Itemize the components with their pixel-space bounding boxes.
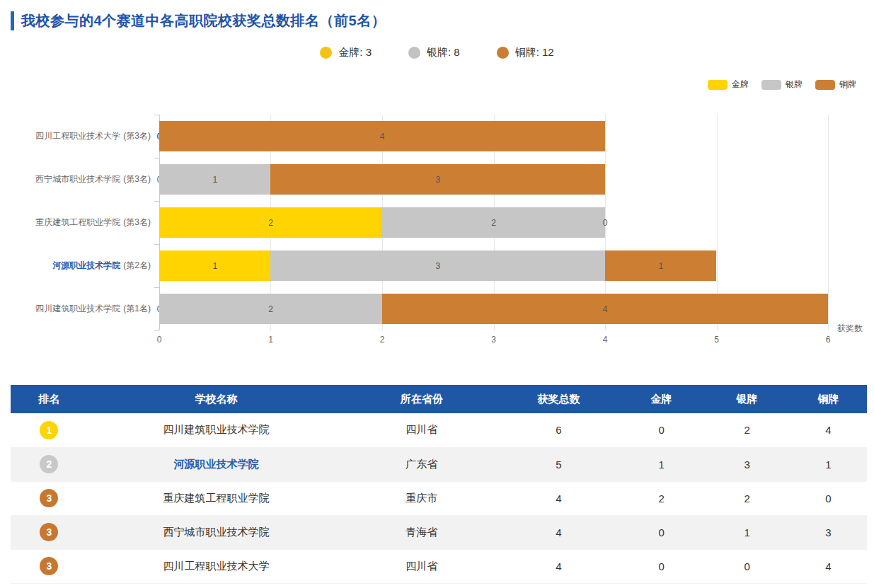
category-rank-suffix: (第3名) xyxy=(123,173,151,185)
rank-cell: 3 xyxy=(11,549,88,583)
column-header-1: 学校名称 xyxy=(88,385,345,413)
bar-segment-label: 1 xyxy=(212,175,217,185)
bronze-count-cell: 3 xyxy=(790,515,867,549)
bar-segment-label: 4 xyxy=(603,304,608,314)
x-tick-label: 2 xyxy=(380,335,385,345)
school-name-cell: 四川工程职业技术大学 xyxy=(88,549,345,583)
gridline xyxy=(828,115,829,330)
bar-segment-铜牌[interactable]: 4 xyxy=(159,121,605,151)
legend-item-铜牌[interactable]: 铜牌 xyxy=(815,79,856,91)
school-name-cell: 重庆建筑工程职业学院 xyxy=(88,481,345,515)
chart-legend: 金牌银牌铜牌 xyxy=(708,79,856,91)
silver-count-cell: 3 xyxy=(704,447,790,481)
bar-segment-铜牌[interactable]: 3 xyxy=(270,164,605,195)
category-school-name: 重庆建筑工程职业学院 xyxy=(35,217,120,229)
bar-segment-金牌[interactable]: 2 xyxy=(159,207,382,238)
column-header-5: 银牌 xyxy=(704,385,790,413)
x-axis-title: 获奖数 xyxy=(837,323,863,335)
x-tick-label: 1 xyxy=(268,335,273,345)
bar-segment-label: 2 xyxy=(268,218,273,228)
bar-segment-label: 1 xyxy=(658,261,663,271)
category-rank-suffix: (第2名) xyxy=(123,260,151,272)
table-header-row: 排名学校名称所在省份获奖总数金牌银牌铜牌 xyxy=(11,385,867,413)
bar-segment-银牌[interactable]: 1 xyxy=(159,164,270,195)
bronze-count-cell: 4 xyxy=(790,549,867,583)
bar-zero-label: 0 xyxy=(603,218,608,228)
category-school-name: 四川建筑职业技术学院 xyxy=(35,303,120,315)
bar-row: 013 xyxy=(159,164,828,195)
y-axis-tick xyxy=(154,244,159,245)
bar-segment-铜牌[interactable]: 1 xyxy=(605,250,716,281)
category-rank-suffix: (第1名) xyxy=(123,303,151,315)
silver-count-cell: 2 xyxy=(704,481,790,515)
silver-count-cell: 0 xyxy=(704,549,790,583)
school-name-cell: 西宁城市职业技术学院 xyxy=(88,515,345,549)
y-axis-tick xyxy=(154,158,159,158)
total-awards-cell: 4 xyxy=(499,515,619,549)
bar-row: 131 xyxy=(159,250,828,281)
bronze-count-cell: 4 xyxy=(790,413,867,447)
bar-segment-金牌[interactable]: 1 xyxy=(159,250,270,281)
y-axis-category-label: 河源职业技术学院(第2名) xyxy=(0,244,151,287)
rank-cell: 1 xyxy=(11,413,88,447)
y-axis-tick xyxy=(154,201,159,202)
legend-item-金牌[interactable]: 金牌 xyxy=(708,79,749,91)
ranking-table-wrap: 排名学校名称所在省份获奖总数金牌银牌铜牌 1四川建筑职业技术学院四川省60242… xyxy=(11,385,867,584)
gold-count-cell: 0 xyxy=(619,549,704,583)
silver-medal-dot-icon xyxy=(408,47,420,59)
total-awards-cell: 4 xyxy=(499,549,619,583)
silver-count-cell: 1 xyxy=(704,515,790,549)
province-cell: 四川省 xyxy=(345,413,499,447)
bar-segment-银牌[interactable]: 2 xyxy=(382,207,605,238)
table-row: 3重庆建筑工程职业学院重庆市4220 xyxy=(11,481,867,515)
silver-count-cell: 2 xyxy=(704,413,790,447)
rank-cell: 3 xyxy=(11,515,88,549)
total-awards-cell: 6 xyxy=(499,413,619,447)
bar-segment-label: 1 xyxy=(212,261,217,271)
plot-area: 004013220131024 xyxy=(159,115,828,330)
y-axis-category-label: 重庆建筑工程职业学院(第3名) xyxy=(0,201,151,244)
legend-item-银牌[interactable]: 银牌 xyxy=(761,79,803,91)
gold-medal-dot-icon xyxy=(320,47,332,59)
x-tick-label: 4 xyxy=(603,335,608,345)
school-name-cell: 河源职业技术学院 xyxy=(88,447,345,481)
medal-summary-label: 铜牌: 12 xyxy=(515,46,554,59)
bronze-count-cell: 0 xyxy=(790,481,867,515)
y-axis-tick xyxy=(154,287,159,288)
province-cell: 青海省 xyxy=(345,515,499,549)
table-row: 3西宁城市职业技术学院青海省4013 xyxy=(11,515,867,549)
rank-badge: 1 xyxy=(40,421,58,439)
column-header-3: 获奖总数 xyxy=(499,385,619,413)
column-header-2: 所在省份 xyxy=(345,385,499,413)
bar-segment-label: 4 xyxy=(380,132,385,142)
awards-bar-chart: 金牌银牌铜牌 四川工程职业技术大学(第3名)西宁城市职业技术学院(第3名)重庆建… xyxy=(0,59,874,356)
bar-segment-铜牌[interactable]: 4 xyxy=(382,294,828,324)
rank-cell: 2 xyxy=(11,447,88,481)
medal-summary-label: 银牌: 8 xyxy=(427,46,460,59)
x-tick-label: 6 xyxy=(826,335,831,345)
page-title: 我校参与的4个赛道中各高职院校获奖总数排名（前5名） xyxy=(21,11,386,30)
x-tick-label: 5 xyxy=(714,335,719,345)
total-awards-cell: 5 xyxy=(499,447,619,481)
gold-count-cell: 2 xyxy=(619,481,704,515)
title-accent-bar xyxy=(11,11,14,30)
x-axis-ticks: 0123456 xyxy=(159,335,828,346)
silver-swatch-icon xyxy=(761,80,781,90)
bar-row: 004 xyxy=(159,121,828,151)
medal-summary: 金牌: 3银牌: 8铜牌: 12 xyxy=(0,46,874,59)
column-header-0: 排名 xyxy=(11,385,88,413)
bar-row: 024 xyxy=(159,294,828,324)
bronze-medal-dot-icon xyxy=(497,47,509,59)
bar-segment-label: 2 xyxy=(268,304,273,314)
gold-swatch-icon xyxy=(708,80,728,90)
gold-count-cell: 0 xyxy=(619,413,704,447)
bar-segment-银牌[interactable]: 2 xyxy=(159,294,382,324)
page-header: 我校参与的4个赛道中各高职院校获奖总数排名（前5名） xyxy=(0,0,874,30)
table-row: 3四川工程职业技术大学四川省4004 xyxy=(11,549,867,583)
total-awards-cell: 4 xyxy=(499,481,619,515)
legend-label: 铜牌 xyxy=(839,79,856,91)
bar-segment-label: 3 xyxy=(435,261,440,271)
rank-cell: 3 xyxy=(11,481,88,515)
y-axis-category-label: 四川工程职业技术大学(第3名) xyxy=(0,115,151,158)
bar-segment-银牌[interactable]: 3 xyxy=(270,250,605,281)
